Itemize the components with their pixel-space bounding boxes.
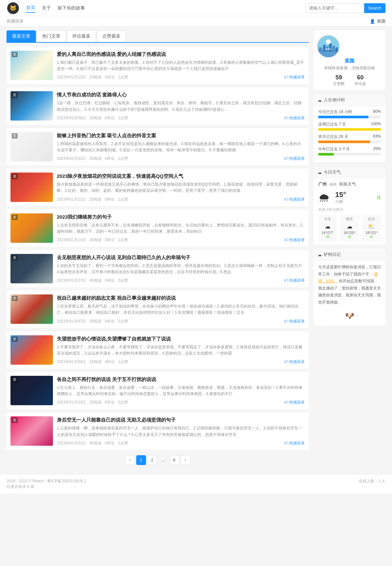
article-title[interactable]: 失望想放手的心情说说,失望攒够了自然就放下了说说 <box>57 335 305 342</box>
thumb-label: 图 <box>12 255 18 260</box>
countdown-row: 今年已过去 3 个月 25% <box>318 146 381 156</box>
svg-point-8 <box>326 39 331 44</box>
tab-comment[interactable]: 评论最多 <box>67 30 96 42</box>
thumb-label: 图 <box>12 52 18 57</box>
page-btn-2[interactable]: 2 <box>147 455 157 465</box>
article-title[interactable]: 爱的人离自己而的伤感说说 爱的人结婚了伤感说说 <box>57 51 305 58</box>
article-tag[interactable]: 🏷 伤感语录 <box>284 359 305 365</box>
article-title[interactable]: 各自之间不再打扰的说说 关于互不打扰的说说 <box>57 376 305 383</box>
article-reads: 30阅读 <box>89 237 101 243</box>
article-tag[interactable]: 🏷 伤感语录 <box>284 115 305 121</box>
article-meta: 2023年01月13日 30阅读 0评论 1点赞 🏷 伤感语录 <box>57 237 305 243</box>
article-reads: 26阅读 <box>89 156 101 161</box>
article-likes: 0点赞 <box>118 441 128 446</box>
diary-card: ☁ 铲狗日记 今天还是那忙绑给你发消息，汇报日常工作，你终于回了我四个字： 嗯嗯… <box>314 249 385 325</box>
article-thumb: 图 <box>10 91 53 121</box>
forecast-day: 今天 <box>319 217 335 222</box>
svg-rect-3 <box>323 45 326 52</box>
search-input[interactable] <box>305 3 364 13</box>
article-card: 图 爱的人离自己而的伤感说说 爱的人结婚了伤感说说 1.我们都只是孩子，而已嫁不… <box>7 47 309 84</box>
article-tag[interactable]: 🏷 伤感语录 <box>284 441 305 446</box>
article-card: 图 各自之间不再打扰的说说 关于互不打扰的说说 1.红尘装上，独自行走，各自放爱… <box>7 372 309 409</box>
page-btn-6[interactable]: 6 <box>170 455 179 465</box>
article-summary: 1.我们都只是孩子，而已嫁不了太多太多的刺激。2.你结不了心仪的人必然会沦为情绪… <box>57 59 305 72</box>
article-tag[interactable]: 🏷 伤感语录 <box>284 75 305 80</box>
article-title[interactable]: 2023我们继续努力的句子 <box>57 213 305 220</box>
article-card: 图 情人节表白成功的话 套路得人心 1这一路，饮过烈酒，红过眼眶，心知死灰，孤独… <box>7 87 309 125</box>
article-meta-left: 2023年01月21日 25阅读 0评论 1点赞 <box>57 197 128 202</box>
article-tag[interactable]: 🏷 伤感语录 <box>284 237 305 243</box>
weather-title-text: 今日天气 <box>324 169 341 175</box>
tab-like[interactable]: 点赞最多 <box>97 30 126 42</box>
header: 🐱 首页 关于 留下你的故事 Search <box>0 0 392 16</box>
stat-comments-value: 60 <box>354 74 366 81</box>
weather-main: 🌧 15° 小雨 优 <box>318 191 381 205</box>
article-tag[interactable]: 🏷 伤感语录 <box>284 197 305 202</box>
article-card: 图 2023除夕夜放烟花的空间说说文案，快速提高QQ空间人气 除夕夜放烟花真的是… <box>7 169 309 206</box>
article-tag[interactable]: 🏷 伤感语录 <box>284 156 305 161</box>
article-summary: 1.拒光穿透云层，春天的气息，冻下创业的希望，在你奋斗的脚步声中出现！祝你成功成… <box>57 303 305 316</box>
article-likes: 0点赞 <box>118 400 128 405</box>
article-title[interactable]: 去见朝思夜想的人开心说说 见到自己期待已久的人的幸福句子 <box>57 254 305 261</box>
forecast-item: 明天 ☁ 16°/20° 优 <box>340 215 359 241</box>
thumb-label: 图 <box>12 377 18 382</box>
article-summary: 1.心真的很痛，啊，原来我的身后真的空无一人，能保护自己的独只有我自己。2.记得… <box>57 425 305 438</box>
article-content: 2023我们继续努力的句子 1.总有无惧和后悔，总有元愿和不舍，总有感概和厌烦，… <box>57 213 305 243</box>
article-reads: 25阅读 <box>89 197 101 202</box>
article-date: 2023年01月04日 <box>57 359 86 365</box>
article-title[interactable]: 身后空无一人只能靠自己的说说 无助又必须坚强的句子 <box>57 416 305 423</box>
article-summary: 1.红尘装上，独自行走，各自放爱，各自放爱，一程山水，一段故事，过者匆匆，聚散依… <box>57 385 305 397</box>
weather-temp-info: 15° 小雨 <box>335 191 346 205</box>
page-btn-1[interactable]: 1 <box>136 455 146 465</box>
search-button[interactable]: Search <box>364 3 385 13</box>
username[interactable]: 索颜 <box>377 18 385 24</box>
prev-page-btn[interactable]: ‹ <box>125 455 135 465</box>
nav-home[interactable]: 首页 <box>26 4 35 13</box>
weather-icon: ☁ <box>318 170 322 175</box>
article-title[interactable]: 祝自己越来越好的励志文案 祝自己事业越来越好的说说 <box>57 294 305 301</box>
article-tag[interactable]: 🏷 伤感语录 <box>284 278 305 283</box>
article-meta: 2023年01月07日 39阅读 0评论 0点赞 🏷 伤感语录 <box>57 319 305 324</box>
article-card: 图 失望想放手的心情说说,失望攒够了自然就放下了说说 1.不要等我哭了，才说你多… <box>7 331 309 369</box>
countdown-row: 这周已过去 7 天 100% <box>318 122 381 131</box>
article-meta: 2023年01月01日 93阅读 0评论 0点赞 🏷 伤感语录 <box>57 441 305 446</box>
article-date: 2023年01月07日 <box>57 319 86 324</box>
article-reads: 39阅读 <box>89 319 101 324</box>
article-card: 图 能够上抖音热门的文案 吸引人点击的抖音文案 1.用我的温柔做你的人间良药。2… <box>7 128 309 165</box>
article-title[interactable]: 能够上抖音热门的文案 吸引人点击的抖音文案 <box>57 132 305 139</box>
article-comments: 0评论 <box>105 75 115 80</box>
article-comments: 0评论 <box>105 237 115 243</box>
article-date: 2023年02月08日 <box>57 115 86 121</box>
countdown-label-text: 本月已过去 26 天 <box>318 134 348 140</box>
stat-articles-label: 文章数 <box>333 81 345 87</box>
tab-hot[interactable]: 热门文章 <box>37 30 66 42</box>
forecast-temp: 14°/17° <box>319 231 335 235</box>
article-comments: 0评论 <box>105 278 115 283</box>
sub-header: 伤感语录 👤 索颜 <box>0 16 392 26</box>
article-title[interactable]: 情人节表白成功的话 套路得人心 <box>57 91 305 98</box>
forecast-day: 明天 <box>341 217 357 222</box>
forecast-icon: ☁ <box>341 223 357 230</box>
svg-rect-6 <box>332 46 335 52</box>
article-comments: 0评论 <box>105 441 115 446</box>
thumb-label: 图 <box>12 418 18 423</box>
article-thumb: 图 <box>10 132 53 161</box>
article-meta-left: 2023年02月13日 24阅读 0评论 1点赞 <box>57 75 128 80</box>
weather-content: 广州 鸡鸡 和风天气 🌧 15° 小雨 优 未来小时无降水 今天 ☁ 14°/1… <box>314 178 385 244</box>
article-thumb: 图 <box>10 213 53 243</box>
article-title[interactable]: 2023除夕夜放烟花的空间说说文案，快速提高QQ空间人气 <box>57 173 305 179</box>
nav-story[interactable]: 留下你的故事 <box>57 4 85 12</box>
article-tag[interactable]: 🏷 伤感语录 <box>284 319 305 324</box>
article-tag[interactable]: 🏷 伤感语录 <box>284 400 305 405</box>
nav-about[interactable]: 关于 <box>42 4 51 12</box>
article-likes: 0点赞 <box>118 278 128 283</box>
next-page-btn[interactable]: › <box>181 455 190 465</box>
profile-name[interactable]: 索颜 <box>317 58 382 64</box>
logo-icon: 🐱 <box>7 2 19 14</box>
article-card: 图 身后空无一人只能靠自己的说说 无助又必须坚强的句子 1.心真的很痛，啊，原来… <box>7 412 309 450</box>
tab-latest[interactable]: 最新文章 <box>7 30 36 42</box>
weather-desc: 小雨 <box>335 199 346 205</box>
countdown-label-text: 今日已过去 19 小时 <box>318 109 352 115</box>
weather-quality: 优 <box>377 195 381 201</box>
diary-icon: ☁ <box>318 252 322 257</box>
